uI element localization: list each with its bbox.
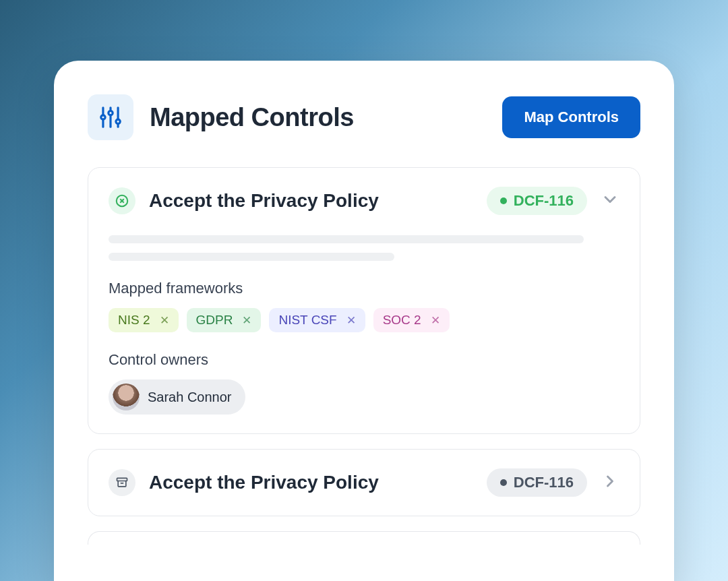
control-code-badge: DCF-116 bbox=[487, 187, 587, 215]
header-left: Mapped Controls bbox=[88, 94, 354, 140]
control-card-header[interactable]: Accept the Privacy Policy DCF-116 bbox=[109, 187, 619, 215]
archive-icon bbox=[109, 469, 135, 496]
control-card-peek bbox=[88, 531, 640, 545]
description-placeholder bbox=[109, 235, 619, 261]
control-code-badge: DCF-116 bbox=[487, 468, 587, 497]
frameworks-label: Mapped frameworks bbox=[109, 280, 619, 297]
remove-icon[interactable]: ✕ bbox=[431, 313, 440, 328]
framework-chip[interactable]: NIST CSF ✕ bbox=[269, 308, 365, 332]
avatar-icon bbox=[113, 384, 140, 410]
owner-name: Sarah Connor bbox=[148, 390, 232, 405]
frameworks-row: NIS 2 ✕ GDPR ✕ NIST CSF ✕ SOC 2 ✕ bbox=[109, 308, 619, 332]
panel-header: Mapped Controls Map Controls bbox=[88, 94, 640, 140]
dot-icon bbox=[500, 479, 507, 486]
chevron-down-icon[interactable] bbox=[601, 190, 619, 212]
chip-label: NIST CSF bbox=[278, 313, 336, 328]
control-card-header[interactable]: Accept the Privacy Policy DCF-116 bbox=[109, 468, 619, 497]
svg-point-2 bbox=[101, 115, 105, 119]
remove-icon[interactable]: ✕ bbox=[160, 313, 169, 328]
control-code: DCF-116 bbox=[514, 474, 574, 491]
dot-icon bbox=[500, 197, 507, 204]
owners-label: Control owners bbox=[109, 351, 619, 369]
svg-rect-12 bbox=[117, 478, 127, 481]
framework-chip[interactable]: GDPR ✕ bbox=[187, 308, 262, 332]
mapped-controls-panel: Mapped Controls Map Controls Accept the … bbox=[54, 61, 674, 581]
remove-icon[interactable]: ✕ bbox=[242, 313, 251, 328]
chip-label: GDPR bbox=[196, 313, 233, 328]
chip-label: SOC 2 bbox=[383, 313, 421, 328]
chip-label: NIS 2 bbox=[118, 313, 150, 328]
control-card-collapsed[interactable]: Accept the Privacy Policy DCF-116 bbox=[88, 449, 640, 516]
remove-icon[interactable]: ✕ bbox=[346, 313, 356, 328]
framework-chip[interactable]: NIS 2 ✕ bbox=[109, 308, 179, 332]
svg-point-8 bbox=[116, 119, 120, 123]
status-circle-icon bbox=[109, 187, 135, 214]
control-title: Accept the Privacy Policy bbox=[149, 190, 473, 212]
svg-point-5 bbox=[109, 111, 113, 115]
framework-chip[interactable]: SOC 2 ✕ bbox=[373, 308, 450, 332]
map-controls-button[interactable]: Map Controls bbox=[502, 96, 640, 138]
control-title: Accept the Privacy Policy bbox=[149, 472, 473, 493]
owners-row: Sarah Connor bbox=[109, 379, 619, 415]
chevron-right-icon[interactable] bbox=[601, 472, 619, 493]
page-title: Mapped Controls bbox=[150, 103, 354, 132]
owner-pill[interactable]: Sarah Connor bbox=[109, 379, 245, 415]
control-card-expanded: Accept the Privacy Policy DCF-116 Mapped… bbox=[88, 167, 640, 434]
sliders-icon bbox=[88, 94, 133, 140]
control-code: DCF-116 bbox=[514, 192, 574, 210]
